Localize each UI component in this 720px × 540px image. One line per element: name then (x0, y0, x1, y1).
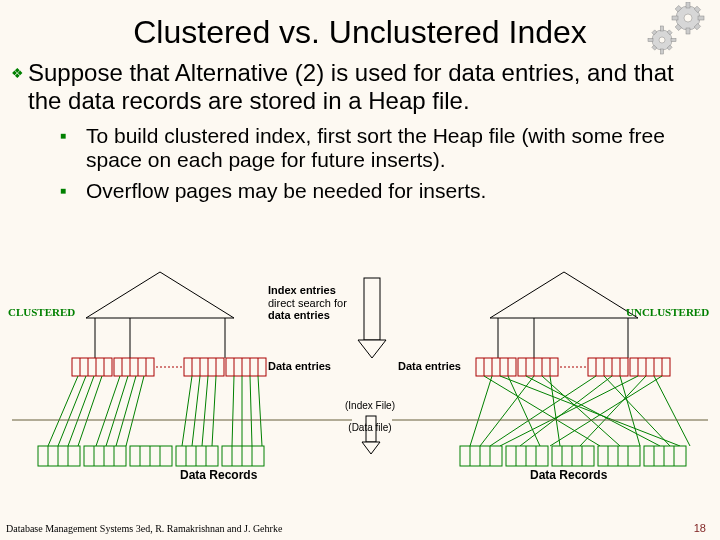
svg-rect-126 (552, 446, 594, 466)
data-records-label-left: Data Records (180, 468, 257, 482)
bullet-square-icon: ■ (60, 179, 86, 204)
text: direct search for (268, 297, 347, 309)
footer-text: Database Management Systems 3ed, R. Rama… (6, 523, 282, 534)
svg-line-52 (106, 376, 128, 446)
svg-rect-26 (72, 358, 112, 376)
svg-rect-90 (630, 358, 670, 376)
svg-line-55 (182, 376, 192, 446)
text: Index entries (268, 284, 336, 296)
unclustered-tree (460, 272, 690, 466)
svg-line-57 (202, 376, 208, 446)
svg-line-115 (550, 376, 560, 446)
svg-line-51 (96, 376, 120, 446)
bullet-level1: ❖ Suppose that Alternative (2) is used f… (0, 57, 720, 120)
svg-line-47 (48, 376, 78, 446)
svg-line-113 (480, 376, 534, 446)
bullet-level2: ■ To build clustered index, first sort t… (0, 120, 720, 176)
svg-rect-124 (460, 446, 502, 466)
bullet-square-icon: ■ (60, 124, 86, 174)
svg-rect-125 (506, 446, 548, 466)
svg-rect-27 (114, 358, 154, 376)
svg-line-58 (212, 376, 216, 446)
bullet-level2: ■ Overflow pages may be needed for inser… (0, 175, 720, 206)
svg-line-61 (250, 376, 252, 446)
svg-rect-67 (222, 446, 264, 466)
index-file-label: (Index File) (320, 400, 420, 412)
clustered-tree (38, 272, 266, 466)
bullet-text: To build clustered index, first sort the… (86, 124, 702, 174)
unclustered-label: UNCLUSTERED (626, 306, 709, 318)
svg-rect-89 (588, 358, 628, 376)
svg-marker-21 (358, 340, 386, 358)
svg-rect-66 (176, 446, 218, 466)
svg-line-116 (490, 376, 596, 446)
svg-rect-28 (184, 358, 224, 376)
index-entries-label: Index entries direct search for data ent… (268, 284, 347, 322)
svg-rect-29 (226, 358, 266, 376)
svg-line-53 (116, 376, 136, 446)
hollow-arrow-icon (358, 278, 386, 358)
svg-line-59 (232, 376, 234, 446)
svg-rect-87 (476, 358, 516, 376)
svg-marker-83 (490, 272, 638, 318)
svg-marker-22 (86, 272, 234, 318)
svg-rect-127 (598, 446, 640, 466)
svg-rect-128 (644, 446, 686, 466)
svg-line-112 (526, 376, 660, 446)
bullet-text: Suppose that Alternative (2) is used for… (28, 59, 702, 116)
svg-rect-20 (364, 278, 380, 340)
data-file-label: (Data file) (320, 422, 420, 434)
svg-line-54 (126, 376, 144, 446)
slide-title: Clustered vs. Unclustered Index (0, 0, 720, 57)
text: data entries (268, 309, 330, 321)
svg-line-56 (192, 376, 200, 446)
svg-rect-63 (38, 446, 80, 466)
svg-line-122 (654, 376, 690, 446)
bullet-diamond-icon: ❖ (6, 59, 28, 116)
data-entries-label-left: Data entries (268, 360, 331, 373)
svg-line-120 (500, 376, 638, 446)
clustered-label: CLUSTERED (8, 306, 75, 318)
bullet-text: Overflow pages may be needed for inserts… (86, 179, 486, 204)
slide-number: 18 (694, 522, 706, 534)
svg-rect-65 (130, 446, 172, 466)
svg-marker-145 (362, 442, 380, 454)
svg-line-111 (508, 376, 540, 446)
diagram: CLUSTERED UNCLUSTERED Index entries dire… (0, 270, 720, 530)
data-entries-label-right: Data entries (398, 360, 461, 373)
data-records-label-right: Data Records (530, 468, 607, 482)
svg-line-108 (484, 376, 600, 446)
svg-rect-88 (518, 358, 558, 376)
svg-rect-64 (84, 446, 126, 466)
svg-line-62 (258, 376, 262, 446)
